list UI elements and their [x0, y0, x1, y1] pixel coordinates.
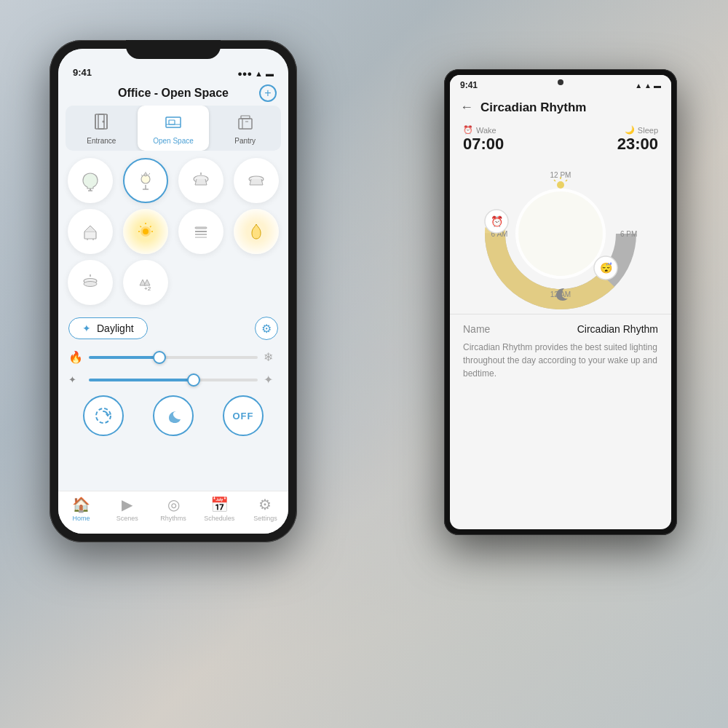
light-item-1[interactable] [68, 158, 113, 203]
brightness-slider[interactable] [89, 379, 258, 381]
nav-settings[interactable]: ⚙ Settings [242, 496, 288, 522]
gear-button[interactable]: ⚙ [255, 317, 278, 340]
signal-icon: ●●● [237, 69, 252, 78]
name-value: Circadian Rhythm [577, 323, 658, 335]
svg-rect-37 [195, 227, 207, 229]
scenes-icon: ▶ [122, 496, 132, 513]
android-screen: 9:41 ▲ ▲ ▬ ← Circadian Rhythm ⏰ Wake 07:… [450, 75, 671, 529]
iphone-time: 9:41 [73, 67, 92, 78]
circadian-clock: 12 PM 6 PM 12 AM 6 AM ⏰ 😴 [450, 161, 671, 314]
sleep-item: 🌙 Sleep 23:00 [617, 125, 658, 154]
daylight-row: ✦ Daylight ⚙ [68, 317, 278, 340]
gear-icon: ⚙ [261, 322, 272, 336]
android-status-bar: 9:41 ▲ ▲ ▬ [450, 75, 671, 95]
svg-line-54 [566, 180, 567, 181]
circadian-title: Circadian Rhythm [480, 100, 586, 115]
nav-rhythms-label: Rhythms [160, 515, 186, 522]
light-item-7[interactable] [178, 209, 223, 254]
svg-point-28 [143, 229, 149, 234]
svg-rect-6 [169, 120, 175, 124]
light-item-6[interactable] [123, 209, 168, 254]
wake-sleep-row: ⏰ Wake 07:00 🌙 Sleep 23:00 [450, 122, 671, 161]
light-item-4[interactable] [234, 158, 279, 203]
clock-svg: 12 PM 6 PM 12 AM 6 AM ⏰ 😴 [480, 157, 641, 310]
off-button[interactable]: OFF [223, 395, 264, 436]
android-device: 9:41 ▲ ▲ ▬ ← Circadian Rhythm ⏰ Wake 07:… [444, 69, 677, 535]
svg-line-32 [150, 226, 151, 228]
home-icon: 🏠 [72, 496, 90, 513]
sun-icon: ✦ [82, 323, 91, 334]
wake-label: Wake [476, 126, 496, 135]
sleep-label-row: 🌙 Sleep [617, 125, 658, 135]
light-item-9[interactable] [68, 260, 113, 305]
svg-point-52 [557, 181, 564, 189]
warmth-thumb[interactable] [153, 351, 166, 364]
page-title: Office - Open Space [118, 87, 229, 100]
svg-rect-5 [166, 117, 181, 127]
openspace-icon [163, 111, 183, 135]
nav-rhythms[interactable]: ◎ Rhythms [150, 496, 196, 522]
room-tabs: Entrance Open Space [66, 106, 281, 151]
daylight-button[interactable]: ✦ Daylight [68, 317, 148, 339]
svg-point-47 [518, 191, 603, 276]
tab-pantry[interactable]: Pantry [209, 106, 281, 151]
off-label: OFF [233, 411, 254, 422]
wifi-icon: ▲ [255, 69, 263, 78]
tab-openspace[interactable]: Open Space [138, 106, 210, 151]
nav-schedules[interactable]: 📅 Schedules [197, 496, 242, 522]
back-button[interactable]: ← [460, 100, 473, 115]
night-button[interactable] [153, 395, 194, 436]
wake-marker[interactable]: ⏰ [485, 210, 508, 233]
battery-icon: ▬ [266, 69, 274, 78]
rhythm-button[interactable] [83, 395, 124, 436]
info-description: Circadian Rhythm provides the best suite… [463, 341, 658, 380]
daylight-label: Daylight [97, 323, 134, 334]
warmth-slider[interactable] [89, 356, 258, 359]
iphone-device: 9:41 ●●● ▲ ▬ Office - Open Space + [50, 40, 297, 542]
wake-time: 07:00 [463, 135, 504, 154]
iphone-status-icons: ●●● ▲ ▬ [237, 69, 274, 78]
svg-rect-24 [84, 232, 96, 239]
android-wifi-icon: ▲ [635, 82, 642, 90]
nav-scenes[interactable]: ▶ Scenes [104, 496, 150, 522]
light-item-8[interactable] [234, 209, 279, 254]
light-item-2[interactable] [123, 158, 168, 203]
alarm-icon: ⏰ [463, 125, 473, 135]
android-signal-icon: ▲ [644, 82, 652, 90]
svg-line-33 [141, 226, 142, 228]
add-room-button[interactable]: + [259, 84, 277, 102]
pantry-icon [235, 111, 256, 135]
sleep-label: Sleep [638, 126, 658, 135]
svg-text:😴: 😴 [600, 262, 613, 274]
tab-entrance[interactable]: Entrance [66, 106, 138, 151]
sleep-time: 23:00 [617, 135, 658, 154]
nav-schedules-label: Schedules [204, 515, 234, 522]
light-item-5[interactable] [68, 209, 113, 254]
brightness-thumb[interactable] [187, 373, 200, 387]
tab-entrance-label: Entrance [87, 137, 116, 145]
tab-openspace-label: Open Space [153, 137, 194, 145]
svg-line-19 [149, 173, 150, 175]
name-key: Name [463, 323, 490, 335]
entrance-icon [91, 111, 111, 135]
wake-item: ⏰ Wake 07:00 [463, 125, 504, 154]
light-item-3[interactable] [178, 158, 223, 203]
light-item-10[interactable]: +2 [123, 260, 168, 305]
sleep-marker[interactable]: 😴 [594, 256, 617, 280]
name-row: Name Circadian Rhythm [463, 323, 658, 335]
warm-icon: 🔥 [68, 350, 83, 364]
android-header: ← Circadian Rhythm [450, 95, 671, 122]
tab-pantry-label: Pantry [234, 137, 256, 145]
controls-section: ✦ Daylight ⚙ 🔥 ❄ ✦ [58, 312, 288, 491]
nav-scenes-label: Scenes [116, 515, 138, 522]
svg-point-40 [84, 282, 97, 287]
iphone-content: Office - Open Space + [58, 81, 288, 534]
wake-label-row: ⏰ Wake [463, 125, 504, 135]
svg-text:+2: +2 [144, 285, 151, 292]
svg-line-55 [554, 180, 555, 181]
bright-icon: ✦ [264, 373, 278, 387]
plus-icon: + [264, 87, 271, 100]
light-grid: +2 [58, 151, 288, 312]
nav-home[interactable]: 🏠 Home [58, 496, 104, 522]
android-battery-icon: ▬ [654, 82, 661, 90]
